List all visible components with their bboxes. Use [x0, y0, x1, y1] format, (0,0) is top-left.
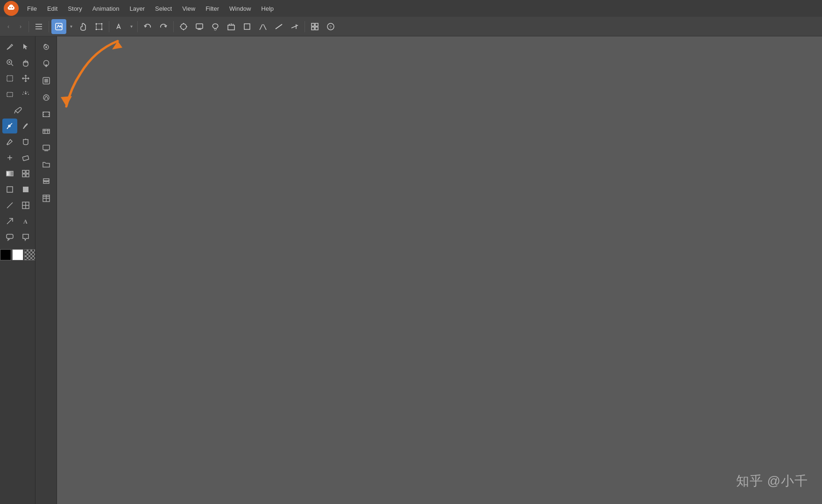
svg-text:A: A [23, 218, 28, 225]
menu-story[interactable]: Story [63, 3, 86, 14]
sub-tool-rotate[interactable] [38, 39, 54, 55]
background-color[interactable] [12, 249, 23, 260]
speech-bubble-tool[interactable] [2, 230, 17, 245]
help-button[interactable]: ? [323, 19, 338, 34]
ruler2-button[interactable] [287, 19, 302, 34]
pen-tool[interactable] [2, 39, 17, 54]
sub-tool-grid[interactable] [38, 190, 54, 206]
zoom-tool[interactable] [2, 55, 17, 70]
hand-tool[interactable] [18, 55, 33, 70]
snap-button[interactable] [176, 19, 191, 34]
arrow-tool[interactable] [2, 214, 17, 229]
marquee-tool[interactable] [2, 87, 17, 102]
menu-animation[interactable]: Animation [88, 3, 124, 14]
tool-row-5 [10, 103, 25, 118]
tool-row-10 [2, 182, 33, 197]
redo-button[interactable] [156, 19, 171, 34]
gradient-tool[interactable] [2, 166, 17, 181]
color-fill-dropdown[interactable]: ▾ [128, 19, 135, 34]
foreground-color[interactable] [0, 249, 11, 260]
nav-next-button[interactable]: › [15, 19, 26, 34]
tool-row-7 [2, 134, 33, 149]
svg-rect-33 [312, 27, 314, 30]
sub-tool-lighten[interactable] [38, 90, 54, 105]
separator-2 [49, 21, 49, 32]
svg-line-51 [14, 111, 15, 113]
grid-button[interactable] [307, 19, 322, 34]
svg-rect-17 [196, 24, 203, 28]
svg-point-7 [96, 23, 97, 24]
svg-text:?: ? [329, 25, 332, 29]
panel-tool[interactable] [18, 198, 33, 213]
bucket-tool[interactable] [18, 134, 33, 149]
light-table-button[interactable] [192, 19, 207, 34]
tool-row-2 [2, 55, 33, 70]
menu-filter[interactable]: Filter [201, 3, 224, 14]
svg-line-65 [7, 203, 13, 208]
sub-tool-paint[interactable] [38, 56, 54, 72]
magic-wand-tool[interactable] [18, 87, 33, 102]
select-button[interactable] [224, 19, 239, 34]
speech-tail-tool[interactable] [18, 230, 33, 245]
text-tool[interactable]: A [18, 214, 33, 229]
svg-point-1 [12, 7, 13, 8]
svg-point-0 [9, 7, 11, 8]
sub-tool-folder[interactable] [38, 157, 54, 173]
crop-button[interactable] [240, 19, 255, 34]
svg-rect-76 [44, 79, 48, 83]
menu-select[interactable]: Select [150, 3, 177, 14]
svg-point-8 [101, 23, 103, 24]
mosaic-tool[interactable] [18, 166, 33, 181]
svg-line-47 [28, 92, 28, 92]
transparent-color[interactable] [24, 249, 35, 260]
eyedropper-tool[interactable] [10, 103, 25, 118]
cursor-tool[interactable] [18, 39, 33, 54]
svg-rect-79 [43, 112, 44, 113]
menu-edit[interactable]: Edit [43, 3, 62, 14]
nav-prev-button[interactable]: ‹ [3, 19, 14, 34]
sub-tools-panel [35, 36, 57, 504]
menu-window[interactable]: Window [225, 3, 255, 14]
color-fill-button[interactable] [112, 19, 127, 34]
svg-rect-91 [43, 179, 49, 181]
transform-button[interactable] [92, 19, 106, 34]
lasso-button[interactable] [208, 19, 223, 34]
sub-tool-layers[interactable] [38, 174, 54, 189]
hand-tool-button[interactable] [76, 19, 91, 34]
separator-6 [305, 21, 305, 32]
menu-file[interactable]: File [22, 3, 42, 14]
menu-help[interactable]: Help [256, 3, 278, 14]
select-all-tool[interactable] [2, 71, 17, 86]
hamburger-button[interactable] [31, 19, 46, 34]
sub-tool-screen[interactable] [38, 140, 54, 156]
svg-rect-58 [7, 171, 13, 176]
separator-1 [28, 21, 29, 32]
fill-shape-tool[interactable] [18, 182, 33, 197]
watermark: 知乎 @小千 [736, 472, 808, 490]
draw-mode-dropdown[interactable]: ▾ [67, 19, 75, 34]
transform2-button[interactable] [255, 19, 270, 34]
svg-rect-59 [22, 170, 25, 173]
draw-mode-button[interactable] [51, 19, 66, 34]
sub-tool-darken[interactable] [38, 73, 54, 89]
move-tool[interactable] [18, 71, 33, 86]
ruler-button[interactable] [271, 19, 286, 34]
svg-rect-81 [43, 116, 44, 117]
shape-tool[interactable] [2, 182, 17, 197]
app-logo[interactable] [4, 1, 19, 16]
tool-row-4 [2, 87, 33, 102]
undo-button[interactable] [140, 19, 155, 34]
svg-rect-63 [7, 187, 13, 192]
line-tool[interactable] [2, 198, 17, 213]
sub-tool-film2[interactable] [38, 123, 54, 139]
menu-layer[interactable]: Layer [125, 3, 150, 14]
svg-line-37 [7, 48, 8, 49]
eraser-tool[interactable] [18, 150, 33, 165]
calligraphy-tool[interactable] [18, 119, 33, 133]
sub-tool-film[interactable] [38, 106, 54, 122]
pencil-tool[interactable] [2, 134, 17, 149]
canvas-area[interactable]: 知乎 @小千 [57, 36, 822, 504]
vector-pen-tool[interactable] [2, 119, 17, 133]
menu-view[interactable]: View [177, 3, 200, 14]
eraser-plus-tool[interactable] [2, 150, 17, 165]
